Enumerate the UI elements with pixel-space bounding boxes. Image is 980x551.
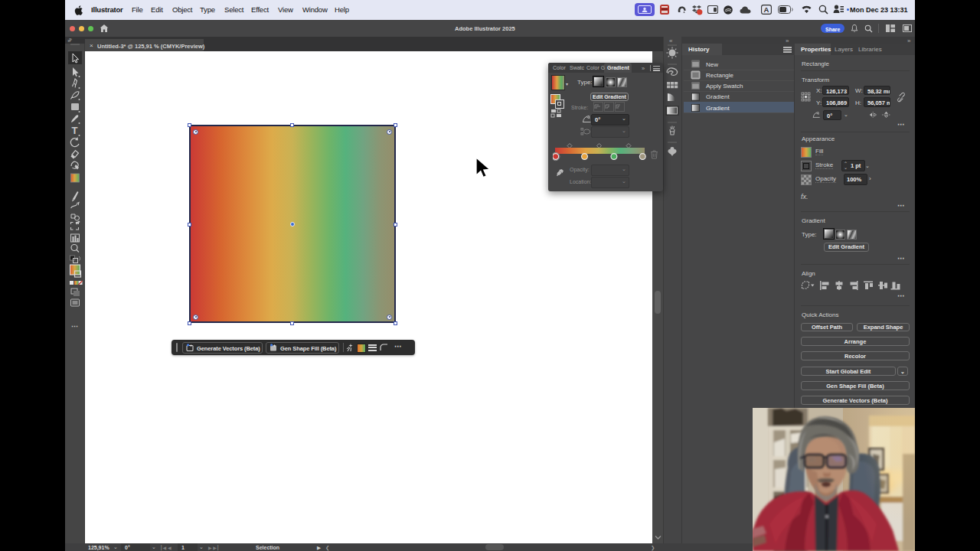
svg-text:»: » <box>69 37 72 42</box>
svg-text:T: T <box>72 125 78 136</box>
svg-text:⋯: ⋯ <box>71 322 79 330</box>
svg-text:A: A <box>764 5 769 14</box>
